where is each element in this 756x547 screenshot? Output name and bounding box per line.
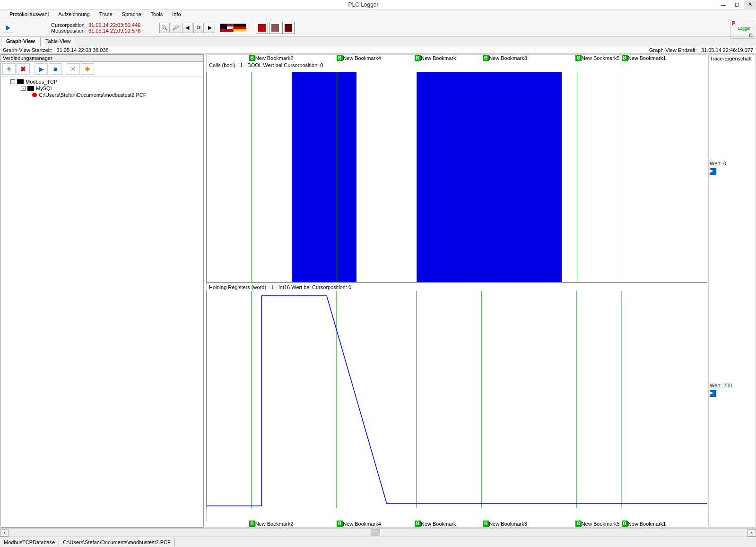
bookmark-label: New Bookmark: [421, 521, 456, 527]
bookmark-label: New Bookmark5: [582, 55, 620, 61]
delete-icon[interactable]: ✖: [17, 63, 30, 75]
bookmark-marker[interactable]: BNew Bookmark4: [337, 521, 381, 527]
signal-high-segment: [417, 72, 562, 282]
scroll-left-icon[interactable]: ‹: [0, 529, 9, 537]
bookmark-line: [337, 72, 337, 282]
bookmark-line: [252, 72, 252, 282]
nav-back-icon[interactable]: ◀: [182, 23, 192, 33]
flag-de-icon[interactable]: [233, 24, 246, 32]
zoom-in-icon[interactable]: 🔍: [159, 23, 170, 33]
tab-table-view[interactable]: Table-View: [40, 37, 76, 46]
bookmark-line: [622, 72, 622, 282]
play-icon[interactable]: ▶: [35, 63, 48, 75]
svg-marker-8: [710, 391, 713, 395]
bookmark-icon: B: [337, 521, 343, 527]
scroll-thumb[interactable]: [371, 530, 380, 536]
tab-graph-view[interactable]: Graph-View: [1, 37, 40, 46]
horizontal-scrollbar[interactable]: ‹ ›: [0, 528, 756, 537]
bookmark-marker[interactable]: BNew Bookmark5: [575, 521, 620, 527]
record-red-icon[interactable]: [256, 22, 268, 34]
channel1-plot[interactable]: [206, 72, 707, 282]
status-db: ModbusTCPDatabase: [0, 538, 59, 546]
trace-properties-panel: Trace-Eigenschaft Wert 0 Wert 200: [708, 54, 756, 528]
tool-x-icon[interactable]: ✕: [67, 63, 80, 75]
bookmark-label: New Bookmark4: [343, 521, 381, 527]
record-dark-icon[interactable]: [282, 22, 295, 34]
bookmark-icon: B: [575, 521, 582, 527]
channel1-label: Coils (bool) - 1 - BOOL Wert bei Cursorp…: [207, 62, 323, 68]
bookmark-icon: B: [249, 55, 255, 61]
bookmark-label: New Bookmark3: [489, 521, 527, 527]
language-flags: [220, 24, 246, 32]
wert-value: 0: [723, 161, 726, 166]
bookmark-label: New Bookmark1: [628, 521, 666, 527]
bookmark-marker[interactable]: BNew Bookmark5: [575, 55, 620, 61]
toolbar: Cursorposition31.05.14 22:03:50.446 Mous…: [0, 19, 756, 37]
connection-tree[interactable]: -Modbus_TCP -MySQL C:\Users\Stefan\Docum…: [1, 76, 203, 527]
record-brown-icon[interactable]: [269, 22, 281, 34]
expander-icon[interactable]: -: [21, 86, 26, 91]
stop-icon[interactable]: ■: [49, 63, 62, 75]
window-title: PLC Logger: [9, 1, 717, 8]
nav-home-icon[interactable]: ⟳: [193, 23, 204, 33]
bookmark-marker[interactable]: BNew Bookmark4: [337, 55, 381, 61]
menu-tools[interactable]: Tools: [146, 10, 168, 18]
play-icon[interactable]: [710, 390, 716, 397]
bookmark-label: New Bookmark3: [489, 55, 527, 61]
signal-high-segment: [292, 72, 357, 282]
cursor-label: Cursorposition: [51, 22, 85, 28]
bookmark-marker[interactable]: BNew Bookmark2: [249, 521, 294, 527]
bookmark-marker[interactable]: BNew Bookmark1: [622, 521, 666, 527]
bookmark-label: New Bookmark4: [343, 55, 381, 61]
bookmark-marker[interactable]: BNew Bookmark3: [483, 55, 527, 61]
sidebar-title: Verbindungsmanager: [1, 55, 203, 62]
bookmark-marker[interactable]: BNew Bookmark3: [483, 521, 527, 527]
cursor-value: 31.05.14 22:03:50.446: [88, 22, 140, 28]
file-icon: [32, 93, 37, 97]
menu-trace[interactable]: Trace: [95, 10, 117, 18]
bookmark-icon: B: [622, 521, 628, 527]
expander-icon[interactable]: -: [10, 79, 15, 84]
bookmark-marker[interactable]: BNew Bookmark2: [249, 55, 294, 61]
bookmark-icon: B: [483, 521, 489, 527]
close-button[interactable]: ✕: [744, 0, 756, 9]
minimize-button[interactable]: ―: [717, 0, 730, 9]
run-button[interactable]: [3, 23, 13, 33]
scroll-right-icon[interactable]: ›: [747, 529, 756, 537]
bookmark-icon: B: [622, 55, 628, 61]
start-time-value: 31.05.14 22:03:38.038: [57, 47, 109, 53]
bookmark-label: New Bookmark: [421, 55, 456, 61]
svg-marker-7: [710, 169, 713, 173]
menu-bar: Protokollauswahl Aufzeichnung Trace Spra…: [0, 9, 756, 19]
menu-protokoll[interactable]: Protokollauswahl: [5, 10, 53, 18]
scroll-track[interactable]: [9, 530, 747, 536]
tree-file[interactable]: C:\Users\Stefan\Documents\modbustest2.PC…: [39, 92, 146, 98]
menu-sprache[interactable]: Sprache: [117, 10, 146, 18]
bookmark-label: New Bookmark5: [582, 521, 620, 527]
bookmark-icon: B: [415, 55, 421, 61]
bookmark-label: New Bookmark2: [255, 55, 294, 61]
maximize-button[interactable]: ◻: [730, 0, 743, 9]
zoom-out-icon[interactable]: 🔎: [171, 23, 181, 33]
channel2-plot[interactable]: [206, 291, 707, 508]
tree-db[interactable]: MySQL: [36, 85, 53, 91]
menu-aufzeichnung[interactable]: Aufzeichnung: [53, 10, 95, 18]
bookmark-marker[interactable]: BNew Bookmark: [415, 521, 456, 527]
tree-root[interactable]: Modbus_TCP: [26, 79, 57, 85]
graph-area[interactable]: BNew Bookmark2BNew Bookmark4BNew Bookmar…: [205, 54, 707, 528]
tool-star-icon[interactable]: ✱: [81, 63, 94, 75]
start-time-label: Graph-View Startzeit:: [3, 47, 52, 53]
play-icon[interactable]: [710, 168, 716, 175]
connection-manager-panel: Verbindungsmanager ＋ ✖ ▶ ■ ✕ ✱ -Modbus_T…: [0, 54, 204, 528]
bookmark-marker[interactable]: BNew Bookmark1: [622, 55, 666, 61]
menu-info[interactable]: Info: [167, 10, 185, 18]
status-bar: ModbusTCPDatabase C:\Users\Stefan\Docume…: [0, 537, 756, 547]
add-icon[interactable]: ＋: [2, 63, 16, 75]
time-info-bar: Graph-View Startzeit: 31.05.14 22:03:38.…: [0, 46, 756, 54]
channel2-label: Holding Registers (word) - 1 - Int16 Wer…: [207, 284, 351, 290]
nav-fwd-icon[interactable]: ▶: [205, 23, 215, 33]
bookmark-marker[interactable]: BNew Bookmark: [415, 55, 456, 61]
flag-us-icon[interactable]: [220, 24, 233, 32]
view-tabs: Graph-View Table-View: [0, 37, 756, 46]
mouse-value: 31.05.14 22:09:10.576: [88, 28, 140, 34]
